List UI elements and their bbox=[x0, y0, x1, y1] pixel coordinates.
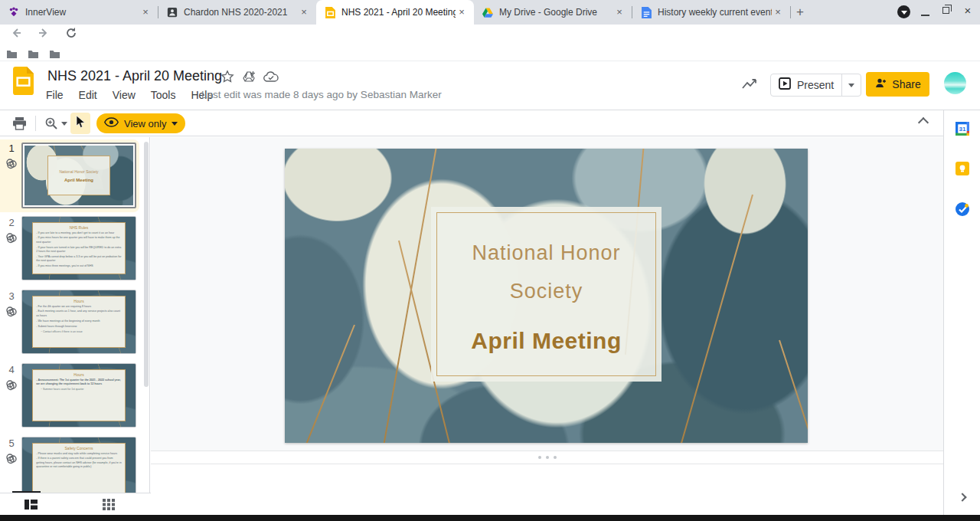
transition-rings-icon bbox=[5, 306, 18, 320]
window-close-button[interactable] bbox=[962, 5, 974, 17]
slide-subtitle-text: April Meeting bbox=[471, 328, 622, 354]
new-tab-button[interactable] bbox=[793, 5, 807, 19]
thumb-bullet: If there is a parent safety concern that… bbox=[36, 457, 121, 469]
cloud-saved-icon[interactable] bbox=[263, 71, 279, 86]
thumb-bullet: Please wear masks and stay safe while co… bbox=[36, 452, 121, 456]
document-title[interactable]: NHS 2021 - April 20 Meeting bbox=[47, 68, 222, 84]
add-shortcut-to-drive-icon[interactable] bbox=[242, 70, 256, 87]
filmstrip-row-3: 3 Hours For the 4th quarter we are requi… bbox=[0, 287, 139, 359]
side-panel-collapse-icon[interactable] bbox=[959, 493, 966, 501]
reload-icon[interactable] bbox=[64, 26, 78, 43]
thumb-slide-title: Safety Concerns bbox=[36, 446, 121, 451]
bookmark-folder-icon[interactable] bbox=[6, 48, 18, 62]
view-only-label: View only bbox=[124, 118, 166, 129]
tab-close-icon[interactable] bbox=[613, 6, 626, 18]
thumb-slide-title: Hours bbox=[36, 299, 121, 303]
slide-title-text: National Honor Society bbox=[461, 234, 632, 311]
google-calendar-icon[interactable]: 31 bbox=[955, 121, 970, 136]
present-button[interactable]: Present bbox=[770, 74, 861, 97]
filmstrip-scrollbar[interactable] bbox=[144, 142, 149, 387]
slide-thumbnail-3[interactable]: Hours For the 4th quarter we are requiri… bbox=[21, 290, 136, 354]
menu-tools[interactable]: Tools bbox=[151, 89, 176, 101]
grid-view-icon[interactable] bbox=[103, 499, 115, 513]
tab-title: NHS 2021 - April 20 Meeting - G bbox=[341, 7, 456, 18]
tab-chardon-nhs[interactable]: Chardon NHS 2020-2021 bbox=[158, 0, 316, 25]
tab-strip: InnerView Chardon NHS 2020-2021 NHS 2021… bbox=[0, 0, 980, 25]
tab-title: InnerView bbox=[25, 7, 139, 18]
forward-icon[interactable] bbox=[37, 26, 51, 43]
thumbnail-slide-art: Safety Concerns Please wear masks and st… bbox=[22, 437, 136, 493]
black-circle-caret-icon[interactable] bbox=[897, 5, 910, 18]
menu-file[interactable]: File bbox=[46, 89, 64, 101]
gold-branch-decoration bbox=[680, 195, 753, 443]
browser-window: InnerView Chardon NHS 2020-2021 NHS 2021… bbox=[0, 0, 980, 521]
filmstrip-row-4: 4 Hours Announcement: The 1st quarter fo… bbox=[0, 361, 139, 433]
tab-my-drive[interactable]: My Drive - Google Drive bbox=[474, 0, 632, 25]
sites-favicon-icon bbox=[166, 6, 178, 18]
slide-thumbnail-2[interactable]: NHS Rules If you are late to a meeting, … bbox=[21, 216, 136, 280]
thumb-slide-subtitle: April Meeting bbox=[64, 178, 93, 182]
google-slides-logo-icon[interactable] bbox=[13, 67, 34, 98]
collapse-toolbar-icon[interactable] bbox=[919, 118, 928, 124]
speaker-notes-area[interactable] bbox=[151, 464, 943, 515]
thumb-bullet: If you are late to a meeting, you don't … bbox=[36, 231, 121, 235]
cursor-arrow-icon bbox=[76, 116, 86, 132]
filmstrip-view-icon[interactable] bbox=[24, 499, 38, 513]
thumb-bullet: Your GPA cannot drop below a 3.3 or you … bbox=[36, 255, 121, 264]
slide-thumbnail-5[interactable]: Safety Concerns Please wear masks and st… bbox=[21, 437, 136, 493]
present-dropdown-icon[interactable] bbox=[848, 84, 854, 87]
google-keep-icon[interactable] bbox=[955, 161, 970, 176]
bookmarks-bar bbox=[0, 44, 980, 61]
last-edit-status[interactable]: Last edit was made 8 days ago by Sebasti… bbox=[201, 89, 442, 100]
tab-close-icon[interactable] bbox=[772, 6, 784, 18]
tab-nhs-meeting-active[interactable]: NHS 2021 - April 20 Meeting - G bbox=[316, 0, 474, 25]
share-button[interactable]: Share bbox=[866, 72, 929, 97]
print-icon[interactable] bbox=[12, 116, 27, 133]
zoom-tool-icon[interactable] bbox=[44, 116, 58, 133]
select-tool-button[interactable] bbox=[70, 113, 90, 134]
share-label: Share bbox=[892, 78, 920, 90]
tab-history-events[interactable]: History weekly current events - G bbox=[632, 0, 790, 25]
tab-close-icon[interactable] bbox=[298, 6, 310, 18]
tab-close-icon[interactable] bbox=[139, 6, 152, 18]
thumb-slide-title: Hours bbox=[36, 372, 121, 377]
menu-view[interactable]: View bbox=[113, 89, 136, 101]
slide-number: 1 bbox=[5, 143, 18, 154]
thumbnail-slide-art: NHS Rules If you are late to a meeting, … bbox=[22, 217, 136, 280]
window-minimize-button[interactable] bbox=[921, 15, 929, 16]
thumb-bullet: If you miss three meetings, you're out o… bbox=[36, 264, 121, 268]
present-label: Present bbox=[797, 79, 834, 91]
zoom-dropdown-icon[interactable] bbox=[61, 122, 67, 126]
account-avatar[interactable] bbox=[944, 72, 966, 94]
google-slides-favicon-icon bbox=[324, 6, 336, 18]
thumbnail-slide-art: Hours Announcement: The 1st quarter for … bbox=[22, 364, 136, 427]
bookmark-folder-icon[interactable] bbox=[28, 48, 39, 62]
tab-close-icon[interactable] bbox=[456, 6, 468, 18]
google-side-panel: 31 bbox=[943, 110, 980, 515]
slide-thumbnail-4[interactable]: Hours Announcement: The 1st quarter for … bbox=[21, 363, 136, 428]
menu-edit[interactable]: Edit bbox=[79, 89, 97, 101]
tab-innerview[interactable]: InnerView bbox=[0, 0, 158, 25]
transition-rings-icon bbox=[5, 232, 18, 247]
current-slide[interactable]: National Honor Society April Meeting bbox=[285, 149, 808, 443]
thumb-slide-title: National Honor Society bbox=[57, 169, 100, 175]
tab-title: History weekly current events - G bbox=[658, 7, 772, 18]
slide-filmstrip: 1 National Honor Society April Meeting 2 bbox=[0, 137, 150, 493]
thumb-bullet: Submit hours through Innerview bbox=[36, 325, 121, 329]
slide-number: 4 bbox=[5, 364, 18, 375]
innerview-favicon-icon bbox=[8, 6, 20, 18]
share-person-icon bbox=[874, 77, 887, 92]
thumbnail-slide-art: National Honor Society April Meeting bbox=[24, 146, 133, 205]
star-icon[interactable] bbox=[220, 70, 234, 87]
bookmark-folder-icon[interactable] bbox=[49, 48, 60, 62]
google-tasks-icon[interactable] bbox=[955, 202, 970, 217]
filmstrip-row-5: 5 Safety Concerns Please wear masks and … bbox=[0, 434, 139, 493]
slide-thumbnail-1[interactable]: National Honor Society April Meeting bbox=[21, 143, 136, 208]
speaker-notes-drag-handle[interactable] bbox=[151, 451, 943, 464]
back-icon[interactable] bbox=[9, 26, 23, 43]
google-drive-favicon-icon bbox=[482, 6, 494, 18]
slide-title-panel: National Honor Society April Meeting bbox=[431, 207, 662, 382]
activity-trend-icon[interactable] bbox=[741, 77, 758, 95]
window-restore-button[interactable] bbox=[942, 7, 949, 14]
view-only-mode-button[interactable]: View only bbox=[96, 113, 185, 133]
